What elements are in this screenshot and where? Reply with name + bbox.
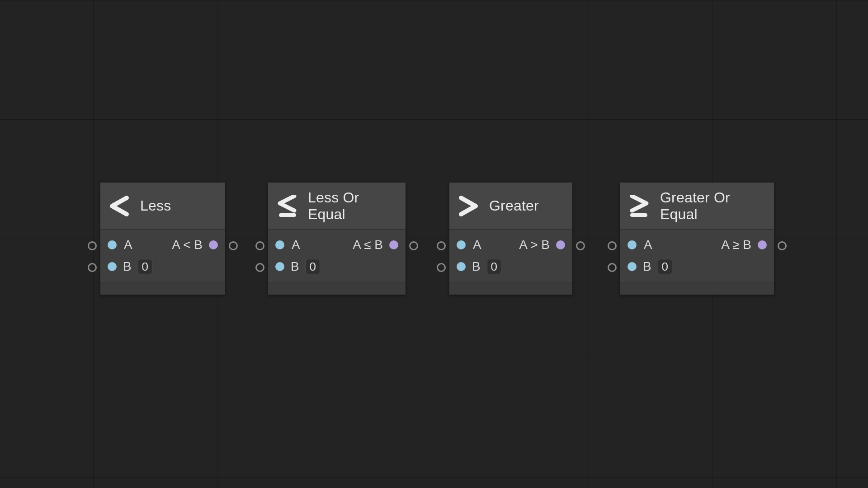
input-b-value-field[interactable]: 0 [487, 259, 501, 274]
node-greater[interactable]: Greater A A > B B 0 [449, 183, 572, 295]
node-header[interactable]: Less Or Equal [268, 183, 406, 230]
port-dot-icon [275, 262, 284, 271]
less-icon [108, 195, 130, 217]
node-greater-or-equal[interactable]: Greater Or Equal A A ≥ B B 0 [620, 183, 774, 295]
input-b[interactable]: B 0 [275, 259, 320, 274]
port-dot-icon [758, 240, 767, 249]
node-footer [268, 282, 406, 295]
input-a[interactable]: A [457, 238, 481, 252]
node-graph-canvas[interactable]: Less A A < B B 0 [0, 0, 868, 488]
input-port-external-a[interactable] [255, 241, 264, 250]
node-body: A A ≤ B B 0 [268, 230, 406, 282]
node-footer [100, 282, 225, 295]
port-dot-icon [457, 240, 466, 249]
port-dot-icon [389, 240, 398, 249]
input-port-external-b[interactable] [88, 263, 97, 272]
port-dot-icon [108, 262, 117, 271]
input-b[interactable]: B 0 [457, 259, 501, 274]
input-port-external-a[interactable] [437, 241, 446, 250]
output-result[interactable]: A ≤ B [353, 234, 398, 256]
node-footer [449, 282, 572, 295]
input-b-label: B [123, 259, 132, 274]
output-result[interactable]: A > B [519, 234, 565, 256]
output-label: A < B [172, 238, 203, 252]
node-header[interactable]: Greater [449, 183, 572, 230]
port-dot-icon [209, 240, 218, 249]
node-body: A A ≥ B B 0 [620, 230, 774, 282]
output-label: A ≤ B [353, 238, 383, 252]
input-port-external-b[interactable] [255, 263, 264, 272]
output-port-external[interactable] [778, 241, 787, 250]
node-title: Greater [489, 197, 539, 214]
output-result[interactable]: A < B [172, 234, 218, 256]
node-header[interactable]: Less [100, 183, 225, 230]
port-dot-icon [627, 240, 637, 249]
input-b[interactable]: B 0 [627, 259, 672, 274]
node-less[interactable]: Less A A < B B 0 [100, 183, 225, 295]
port-dot-icon [275, 240, 284, 249]
output-port-external[interactable] [229, 241, 238, 250]
less-equal-icon [276, 195, 298, 217]
port-dot-icon [627, 262, 637, 271]
output-port-external[interactable] [576, 241, 585, 250]
input-port-external-a[interactable] [608, 241, 617, 250]
input-b-label: B [291, 259, 299, 274]
input-b-value-field[interactable]: 0 [658, 259, 672, 274]
input-port-external-a[interactable] [88, 241, 97, 250]
input-b[interactable]: B 0 [108, 259, 152, 274]
input-b-label: B [643, 259, 651, 274]
greater-equal-icon [628, 195, 650, 217]
input-port-external-b[interactable] [437, 263, 446, 272]
output-result[interactable]: A ≥ B [721, 234, 767, 256]
node-title: Less [140, 197, 171, 214]
node-title: Less Or Equal [308, 189, 397, 223]
port-dot-icon [108, 240, 117, 249]
output-label: A ≥ B [721, 238, 751, 252]
input-b-value-field[interactable]: 0 [306, 259, 320, 274]
output-label: A > B [519, 238, 550, 252]
greater-icon [458, 195, 479, 217]
node-body: A A < B B 0 [100, 230, 225, 282]
input-b-label: B [472, 259, 481, 274]
input-a-label: A [292, 238, 300, 252]
port-dot-icon [457, 262, 466, 271]
node-body: A A > B B 0 [449, 230, 572, 282]
input-a-label: A [473, 238, 481, 252]
input-b-value-field[interactable]: 0 [138, 259, 152, 274]
output-port-external[interactable] [409, 241, 418, 250]
input-a[interactable]: A [275, 238, 300, 252]
input-a-label: A [124, 238, 132, 252]
input-port-external-b[interactable] [608, 263, 617, 272]
node-footer [620, 282, 774, 295]
input-a[interactable]: A [108, 238, 132, 252]
node-less-or-equal[interactable]: Less Or Equal A A ≤ B B 0 [268, 183, 406, 295]
input-a-label: A [644, 238, 652, 252]
node-title: Greater Or Equal [660, 189, 766, 223]
port-dot-icon [556, 240, 565, 249]
node-header[interactable]: Greater Or Equal [620, 183, 774, 230]
input-a[interactable]: A [627, 238, 652, 252]
